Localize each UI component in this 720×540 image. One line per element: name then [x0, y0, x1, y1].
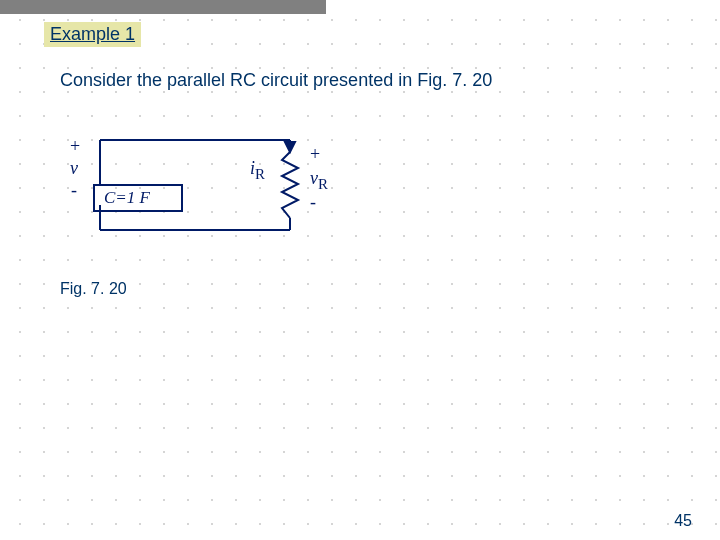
capacitor-label: C=1 F — [104, 188, 150, 208]
v-plus-label: + — [70, 136, 80, 157]
example-title: Example 1 — [44, 22, 141, 47]
description-text: Consider the parallel RC circuit present… — [60, 70, 492, 91]
iR-label: iR — [250, 158, 265, 183]
vR-minus-label: - — [310, 192, 316, 213]
slide-top-bar — [0, 0, 326, 14]
vR-sub: R — [318, 176, 328, 192]
page-number: 45 — [674, 512, 692, 530]
v-symbol-label: v — [70, 158, 78, 179]
vR-plus-label: + — [310, 144, 320, 165]
vR-v: v — [310, 168, 318, 188]
svg-marker-7 — [285, 142, 295, 152]
rc-circuit-diagram: + v - C=1 F iR + vR - — [70, 130, 370, 260]
iR-sub: R — [255, 166, 265, 182]
figure-caption: Fig. 7. 20 — [60, 280, 127, 298]
vR-label: vR — [310, 168, 328, 193]
v-minus-label: - — [71, 180, 77, 201]
